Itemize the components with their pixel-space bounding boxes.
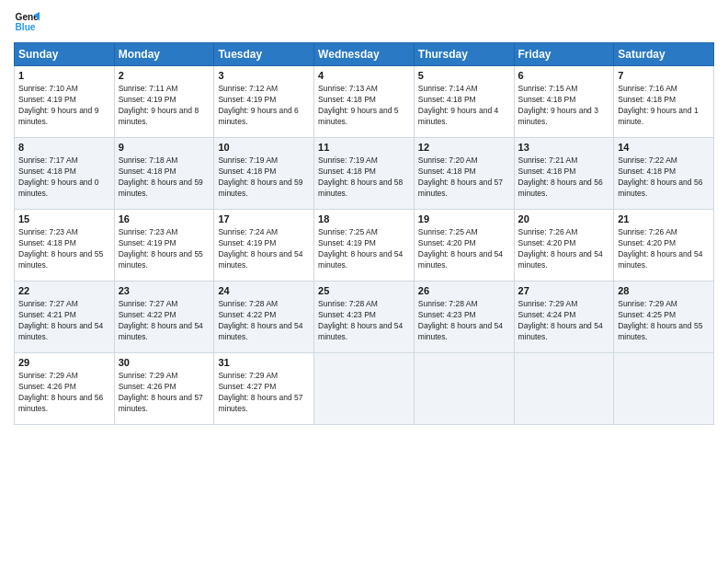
calendar-cell: 9Sunrise: 7:18 AMSunset: 4:18 PMDaylight… — [114, 138, 214, 210]
sunrise-text: Sunrise: 7:12 AM — [218, 84, 278, 93]
sunrise-text: Sunrise: 7:29 AM — [119, 371, 178, 380]
day-number: 21 — [618, 213, 710, 226]
day-number: 7 — [618, 69, 710, 83]
sunrise-text: Sunrise: 7:20 AM — [418, 155, 478, 165]
day-number: 3 — [218, 69, 310, 83]
day-number: 25 — [318, 284, 410, 298]
calendar-table: SundayMondayTuesdayWednesdayThursdayFrid… — [14, 42, 714, 425]
daylight-text: Daylight: 9 hours and 5 minutes. — [318, 106, 398, 126]
sunrise-text: Sunrise: 7:27 AM — [18, 299, 78, 308]
calendar-cell: 13Sunrise: 7:21 AMSunset: 4:18 PMDayligh… — [514, 138, 614, 210]
daylight-text: Daylight: 8 hours and 57 minutes. — [418, 178, 503, 198]
sunrise-text: Sunrise: 7:29 AM — [18, 371, 78, 380]
daylight-text: Daylight: 8 hours and 54 minutes. — [119, 321, 203, 341]
day-number: 15 — [18, 213, 110, 226]
sunrise-text: Sunrise: 7:22 AM — [618, 155, 677, 165]
sunrise-text: Sunrise: 7:24 AM — [218, 227, 278, 236]
daylight-text: Daylight: 8 hours and 54 minutes. — [418, 321, 503, 341]
calendar-cell: 22Sunrise: 7:27 AMSunset: 4:21 PMDayligh… — [15, 282, 115, 353]
sunrise-text: Sunrise: 7:26 AM — [618, 227, 677, 236]
daylight-text: Daylight: 9 hours and 6 minutes. — [218, 106, 298, 126]
day-number: 10 — [218, 141, 310, 155]
sunset-text: Sunset: 4:18 PM — [418, 95, 476, 104]
daylight-text: Daylight: 8 hours and 54 minutes. — [418, 249, 503, 270]
day-number: 22 — [18, 284, 110, 298]
sunset-text: Sunset: 4:18 PM — [119, 167, 176, 176]
sunrise-text: Sunrise: 7:16 AM — [618, 84, 677, 93]
sunrise-text: Sunrise: 7:15 AM — [518, 84, 578, 93]
day-number: 11 — [318, 141, 410, 155]
sunset-text: Sunset: 4:19 PM — [318, 238, 376, 247]
sunset-text: Sunset: 4:18 PM — [18, 167, 76, 176]
sunset-text: Sunset: 4:18 PM — [218, 167, 276, 176]
sunrise-text: Sunrise: 7:27 AM — [119, 299, 178, 308]
calendar-cell: 18Sunrise: 7:25 AMSunset: 4:19 PMDayligh… — [314, 210, 415, 282]
sunrise-text: Sunrise: 7:18 AM — [119, 155, 178, 165]
daylight-text: Daylight: 8 hours and 56 minutes. — [518, 178, 603, 198]
daylight-text: Daylight: 8 hours and 55 minutes. — [18, 249, 103, 270]
day-number: 9 — [119, 141, 210, 155]
daylight-text: Daylight: 9 hours and 1 minute. — [618, 106, 698, 126]
calendar-cell: 30Sunrise: 7:29 AMSunset: 4:26 PMDayligh… — [114, 353, 214, 425]
calendar-cell: 5Sunrise: 7:14 AMSunset: 4:18 PMDaylight… — [414, 66, 514, 138]
calendar-cell: 17Sunrise: 7:24 AMSunset: 4:19 PMDayligh… — [214, 210, 314, 282]
day-number: 31 — [218, 356, 310, 370]
header-day-saturday: Saturday — [614, 43, 714, 66]
sunrise-text: Sunrise: 7:19 AM — [218, 155, 278, 165]
sunset-text: Sunset: 4:18 PM — [518, 95, 576, 104]
daylight-text: Daylight: 8 hours and 54 minutes. — [218, 321, 302, 341]
daylight-text: Daylight: 8 hours and 54 minutes. — [218, 249, 302, 270]
sunrise-text: Sunrise: 7:29 AM — [618, 299, 677, 308]
sunrise-text: Sunrise: 7:17 AM — [18, 155, 78, 165]
sunset-text: Sunset: 4:18 PM — [618, 95, 676, 104]
calendar-cell: 23Sunrise: 7:27 AMSunset: 4:22 PMDayligh… — [114, 282, 214, 353]
day-number: 17 — [218, 213, 310, 226]
calendar-cell: 2Sunrise: 7:11 AMSunset: 4:19 PMDaylight… — [114, 66, 214, 138]
day-number: 19 — [418, 213, 510, 226]
sunrise-text: Sunrise: 7:10 AM — [18, 84, 78, 93]
daylight-text: Daylight: 8 hours and 54 minutes. — [518, 249, 603, 270]
sunset-text: Sunset: 4:18 PM — [618, 167, 676, 176]
header-day-friday: Friday — [514, 43, 614, 66]
calendar-cell: 12Sunrise: 7:20 AMSunset: 4:18 PMDayligh… — [414, 138, 514, 210]
calendar-cell: 27Sunrise: 7:29 AMSunset: 4:24 PMDayligh… — [514, 282, 614, 353]
daylight-text: Daylight: 9 hours and 8 minutes. — [119, 106, 199, 126]
calendar-cell: 25Sunrise: 7:28 AMSunset: 4:23 PMDayligh… — [314, 282, 415, 353]
day-number: 16 — [119, 213, 210, 226]
calendar-cell: 16Sunrise: 7:23 AMSunset: 4:19 PMDayligh… — [114, 210, 214, 282]
sunset-text: Sunset: 4:19 PM — [18, 95, 76, 104]
daylight-text: Daylight: 8 hours and 55 minutes. — [119, 249, 203, 270]
sunset-text: Sunset: 4:18 PM — [518, 167, 576, 176]
daylight-text: Daylight: 8 hours and 54 minutes. — [318, 249, 403, 270]
sunrise-text: Sunrise: 7:19 AM — [318, 155, 378, 165]
sunset-text: Sunset: 4:23 PM — [418, 310, 476, 319]
calendar-cell: 11Sunrise: 7:19 AMSunset: 4:18 PMDayligh… — [314, 138, 415, 210]
daylight-text: Daylight: 8 hours and 58 minutes. — [318, 178, 403, 198]
daylight-text: Daylight: 8 hours and 54 minutes. — [618, 249, 702, 270]
daylight-text: Daylight: 8 hours and 57 minutes. — [218, 393, 302, 413]
sunrise-text: Sunrise: 7:23 AM — [18, 227, 78, 236]
daylight-text: Daylight: 8 hours and 54 minutes. — [18, 321, 103, 341]
calendar-cell: 4Sunrise: 7:13 AMSunset: 4:18 PMDaylight… — [314, 66, 415, 138]
daylight-text: Daylight: 8 hours and 56 minutes. — [18, 393, 103, 413]
calendar-cell: 8Sunrise: 7:17 AMSunset: 4:18 PMDaylight… — [15, 138, 115, 210]
daylight-text: Daylight: 9 hours and 0 minutes. — [18, 178, 98, 198]
sunrise-text: Sunrise: 7:21 AM — [518, 155, 578, 165]
sunrise-text: Sunrise: 7:11 AM — [119, 84, 178, 93]
calendar-header: SundayMondayTuesdayWednesdayThursdayFrid… — [15, 43, 714, 66]
calendar-cell: 10Sunrise: 7:19 AMSunset: 4:18 PMDayligh… — [214, 138, 314, 210]
sunrise-text: Sunrise: 7:29 AM — [518, 299, 578, 308]
header-day-sunday: Sunday — [15, 43, 115, 66]
calendar-cell: 15Sunrise: 7:23 AMSunset: 4:18 PMDayligh… — [15, 210, 115, 282]
sunset-text: Sunset: 4:26 PM — [18, 382, 76, 391]
header-day-thursday: Thursday — [414, 43, 514, 66]
calendar-cell: 3Sunrise: 7:12 AMSunset: 4:19 PMDaylight… — [214, 66, 314, 138]
daylight-text: Daylight: 8 hours and 55 minutes. — [618, 321, 702, 341]
day-number: 18 — [318, 213, 410, 226]
header-row: SundayMondayTuesdayWednesdayThursdayFrid… — [15, 43, 714, 66]
sunset-text: Sunset: 4:20 PM — [418, 238, 476, 247]
sunrise-text: Sunrise: 7:26 AM — [518, 227, 578, 236]
day-number: 26 — [418, 284, 510, 298]
sunset-text: Sunset: 4:23 PM — [318, 310, 376, 319]
sunset-text: Sunset: 4:18 PM — [18, 238, 76, 247]
